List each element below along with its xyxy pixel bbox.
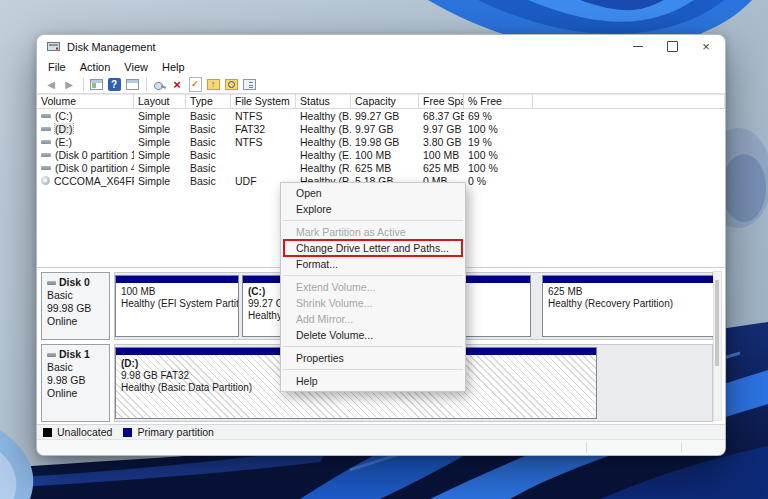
cell-fs: FAT32 <box>231 123 296 135</box>
drive-icon <box>41 166 51 170</box>
scrollbar-thumb[interactable] <box>715 280 719 366</box>
col-filler <box>533 94 725 109</box>
disc-icon <box>41 176 50 185</box>
menu-item-explore[interactable]: Explore <box>281 201 465 217</box>
cell-free: 100 MB <box>419 149 464 161</box>
col-type[interactable]: Type <box>186 94 231 109</box>
cell-free: 9.97 GB <box>419 123 464 135</box>
menu-bar: File Action View Help <box>37 58 725 75</box>
cell-pct: 100 % <box>464 123 533 135</box>
volume-name: (Disk 0 partition 4) <box>55 162 134 174</box>
disk-size: 99.98 GB <box>47 302 109 315</box>
col-status[interactable]: Status <box>296 94 351 109</box>
partition-color-strip <box>457 276 530 284</box>
menu-item-format[interactable]: Format... <box>281 256 465 272</box>
cell-fs: NTFS <box>231 110 296 122</box>
toolbar-separator <box>146 78 147 91</box>
cell-status: Healthy (B... <box>296 123 351 135</box>
rescan-disks-icon[interactable] <box>151 77 167 92</box>
disk-1-label[interactable]: Disk 1 Basic 9.98 GB Online <box>41 344 110 422</box>
cell-type: Basic <box>186 149 231 161</box>
table-row[interactable]: (C:) Simple Basic NTFS Healthy (B... 99.… <box>37 109 725 122</box>
menu-item-properties[interactable]: Properties <box>281 350 465 366</box>
menu-item-change-drive-letter[interactable]: Change Drive Letter and Paths... <box>281 240 465 256</box>
cell-type: Basic <box>186 162 231 174</box>
drive-icon <box>41 127 51 131</box>
cell-type: Basic <box>186 123 231 135</box>
disk-size: 9.98 GB <box>47 374 109 387</box>
disk-0-label[interactable]: Disk 0 Basic 99.98 GB Online <box>41 272 110 340</box>
partition-efi[interactable]: 100 MB Healthy (EFI System Partition) <box>115 275 239 337</box>
col-volume[interactable]: Volume <box>37 94 134 109</box>
back-icon[interactable]: ◀ <box>43 77 59 92</box>
table-row[interactable]: (D:) Simple Basic FAT32 Healthy (B... 9.… <box>37 122 725 135</box>
menu-action[interactable]: Action <box>80 61 111 73</box>
col-layout[interactable]: Layout <box>134 94 186 109</box>
drive-icon <box>41 114 51 118</box>
help-icon[interactable]: ? <box>106 77 122 92</box>
col-file-system[interactable]: File System <box>231 94 296 109</box>
table-row[interactable]: (Disk 0 partition 1) Simple Basic Health… <box>37 148 725 161</box>
disk-icon <box>47 353 56 357</box>
legend-unallocated-label: Unallocated <box>57 426 112 438</box>
open-folder-icon[interactable]: ↑ <box>205 77 221 92</box>
cell-status: Healthy (R... <box>296 162 351 174</box>
drive-icon <box>41 153 51 157</box>
partition-recovery[interactable]: 625 MB Healthy (Recovery Partition) <box>542 275 714 337</box>
cell-layout: Simple <box>134 110 186 122</box>
volume-list-header: Volume Layout Type File System Status Ca… <box>37 94 725 109</box>
cell-pct: 100 % <box>464 149 533 161</box>
minimize-button[interactable] <box>621 35 655 58</box>
menu-separator <box>283 346 463 347</box>
disk-icon <box>47 281 56 285</box>
menu-item-open[interactable]: Open <box>281 185 465 201</box>
menu-view[interactable]: View <box>124 61 148 73</box>
disk-status: Online <box>47 315 109 328</box>
cell-pct: 69 % <box>464 110 533 122</box>
volume-name: (Disk 0 partition 1) <box>55 149 134 161</box>
cell-fs: NTFS <box>231 136 296 148</box>
cell-status: Healthy (B... <box>296 136 351 148</box>
context-menu: Open Explore Mark Partition as Active Ch… <box>280 182 466 392</box>
menu-item-shrink-volume: Shrink Volume... <box>281 295 465 311</box>
partition-color-strip <box>116 276 238 284</box>
col-pct-free[interactable]: % Free <box>464 94 533 109</box>
cell-type: Basic <box>186 136 231 148</box>
primary-partition-swatch <box>123 428 132 437</box>
close-button[interactable]: × <box>689 35 723 58</box>
properties-icon[interactable] <box>241 77 257 92</box>
mark-active-icon[interactable]: ✓ <box>187 77 203 92</box>
menu-help[interactable]: Help <box>162 61 185 73</box>
menu-item-help[interactable]: Help <box>281 373 465 389</box>
col-capacity[interactable]: Capacity <box>351 94 419 109</box>
cell-pct: 19 % <box>464 136 533 148</box>
title-bar[interactable]: Disk Management × <box>37 35 725 58</box>
console-tree-icon[interactable] <box>88 77 104 92</box>
legend-primary-label: Primary partition <box>137 426 213 438</box>
table-row[interactable]: (E:) Simple Basic NTFS Healthy (B... 19.… <box>37 135 725 148</box>
menu-separator <box>283 369 463 370</box>
menu-item-delete-volume[interactable]: Delete Volume... <box>281 327 465 343</box>
action-pane-icon[interactable] <box>124 77 140 92</box>
cell-layout: Simple <box>134 162 186 174</box>
cell-layout: Simple <box>134 136 186 148</box>
disk-kind: Basic <box>47 361 109 374</box>
col-free-space[interactable]: Free Spa... <box>419 94 464 109</box>
cell-capacity: 19.98 GB <box>351 136 419 148</box>
partition-e[interactable] <box>456 275 531 337</box>
delete-volume-icon[interactable]: × <box>169 77 185 92</box>
forward-icon[interactable]: ▶ <box>61 77 77 92</box>
volume-name: (E:) <box>55 136 72 148</box>
status-bar <box>37 439 725 455</box>
cell-free: 625 MB <box>419 162 464 174</box>
table-row[interactable]: (Disk 0 partition 4) Simple Basic Health… <box>37 161 725 174</box>
menu-separator <box>283 220 463 221</box>
cell-free: 3.80 GB <box>419 136 464 148</box>
unallocated-swatch <box>43 428 52 437</box>
maximize-button[interactable] <box>655 35 689 58</box>
cell-type: Basic <box>186 175 231 187</box>
explore-folder-icon[interactable] <box>223 77 239 92</box>
toolbar: ◀ ▶ ? × ✓ ↑ <box>37 75 725 94</box>
vertical-scrollbar[interactable] <box>713 271 722 421</box>
menu-file[interactable]: File <box>48 61 66 73</box>
